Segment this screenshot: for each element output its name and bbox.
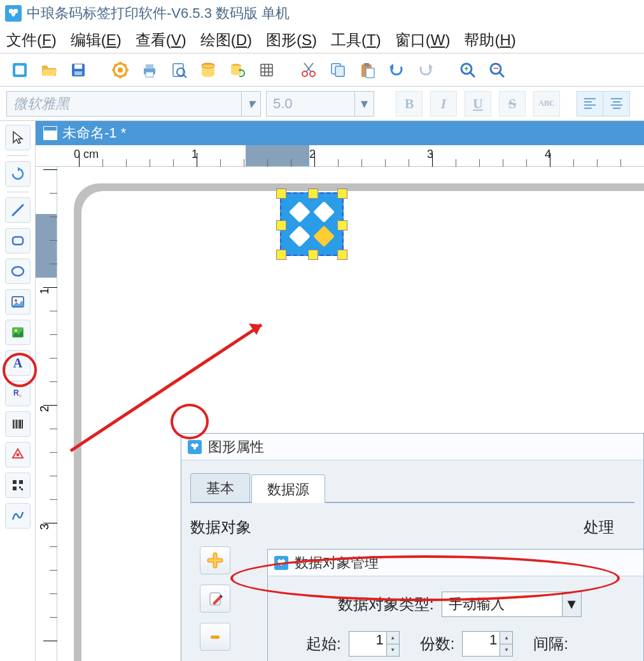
rulers: 0 cm 1 2 3 4 1 2 3: [36, 145, 644, 661]
zoom-in-button[interactable]: +: [454, 57, 481, 83]
undo-button[interactable]: [383, 57, 410, 83]
underline-button[interactable]: U: [465, 91, 491, 117]
dialog2-titlebar[interactable]: 数据对象管理: [268, 550, 643, 576]
copy-button[interactable]: [325, 57, 351, 83]
preview-button[interactable]: [165, 57, 192, 83]
zoom-out-button[interactable]: −: [484, 57, 510, 83]
svg-text:+: +: [464, 64, 468, 73]
svg-line-20: [183, 75, 186, 78]
svg-line-11: [115, 64, 116, 66]
cut-button[interactable]: [295, 57, 322, 83]
svg-rect-3: [74, 64, 82, 69]
save-button[interactable]: [65, 57, 92, 83]
count-input[interactable]: 1▲▼: [462, 631, 513, 657]
tab-datasource[interactable]: 数据源: [251, 474, 325, 503]
resize-handle[interactable]: [337, 188, 347, 199]
print-button[interactable]: [136, 57, 163, 83]
tab-basic[interactable]: 基本: [190, 473, 250, 502]
ellipse-tool[interactable]: [5, 259, 31, 284]
line-tool[interactable]: [5, 197, 31, 223]
menu-draw[interactable]: 绘图(D): [200, 30, 252, 50]
svg-point-49: [12, 267, 24, 276]
rect-tool[interactable]: [5, 228, 31, 253]
resize-handle[interactable]: [276, 250, 286, 260]
menu-shape[interactable]: 图形(S): [266, 30, 317, 50]
resize-handle[interactable]: [337, 250, 347, 260]
menu-window[interactable]: 窗口(W): [395, 30, 451, 50]
qrcode-tool[interactable]: [5, 473, 31, 498]
abc-button[interactable]: ABC: [533, 91, 560, 117]
start-label: 起始:: [306, 634, 341, 654]
font-size-combo[interactable]: 5.0▾: [266, 91, 374, 117]
text-tool[interactable]: A: [5, 350, 31, 376]
svg-rect-58: [15, 420, 15, 429]
document-icon: [43, 126, 57, 140]
dialog-title: 图形属性: [208, 437, 264, 457]
dialog-titlebar[interactable]: 图形属性: [181, 434, 643, 460]
font-combo[interactable]: 微软雅黑▾: [6, 91, 261, 117]
section-process-label: 处理: [584, 517, 634, 537]
edit-dataobject-button[interactable]: [200, 585, 230, 613]
selected-image-object[interactable]: [280, 192, 344, 256]
richtext-tool[interactable]: R=: [5, 381, 31, 406]
align-left-button[interactable]: [577, 91, 603, 117]
resize-handle[interactable]: [337, 220, 347, 231]
redo-button[interactable]: [412, 57, 439, 83]
new-button[interactable]: [6, 57, 33, 83]
open-button[interactable]: [36, 57, 62, 83]
polygon-tool[interactable]: [5, 442, 31, 467]
svg-text:−: −: [493, 63, 498, 73]
ruler-vertical[interactable]: 1 2 3: [36, 167, 57, 661]
svg-rect-68: [21, 488, 23, 490]
resize-handle[interactable]: [276, 188, 286, 199]
image-tool[interactable]: [5, 289, 31, 315]
dialog-tabs: 基本 数据源: [190, 473, 634, 503]
svg-rect-65: [19, 480, 23, 484]
database-button[interactable]: [195, 57, 221, 83]
count-label: 份数:: [420, 634, 455, 654]
resize-handle[interactable]: [276, 220, 286, 231]
menu-view[interactable]: 查看(V): [136, 30, 186, 50]
align-center-button[interactable]: [603, 91, 630, 117]
menu-edit[interactable]: 编辑(E): [71, 30, 122, 50]
app-icon: [5, 5, 22, 22]
strike-button[interactable]: S: [499, 91, 526, 117]
rotate-tool[interactable]: [5, 161, 31, 187]
settings-button[interactable]: [107, 57, 134, 83]
svg-rect-62: [22, 420, 23, 429]
pointer-tool[interactable]: [5, 125, 31, 150]
menu-help[interactable]: 帮助(H): [464, 30, 515, 50]
curve-tool[interactable]: [5, 503, 31, 529]
remove-dataobject-button[interactable]: [200, 623, 230, 651]
svg-rect-48: [13, 237, 23, 245]
add-dataobject-button[interactable]: [200, 546, 230, 574]
format-toolbar: 微软雅黑▾ 5.0▾ B I U S ABC: [0, 87, 644, 121]
resize-handle[interactable]: [308, 250, 318, 260]
menu-file[interactable]: 文件(F): [6, 30, 57, 50]
barcode-tool[interactable]: [5, 411, 31, 437]
document-tab[interactable]: 未命名-1 *: [36, 121, 644, 145]
workspace: A R= 未命名-1 * 0 cm 1 2 3 4 1 2: [0, 121, 644, 661]
type-combo[interactable]: 手动输入 ▼: [442, 592, 582, 617]
svg-rect-57: [13, 420, 14, 429]
ruler-horizontal[interactable]: 0 cm 1 2 3 4: [36, 145, 644, 167]
start-input[interactable]: 1▲▼: [349, 631, 400, 657]
dropdown-icon[interactable]: ▾: [354, 92, 374, 116]
svg-point-6: [118, 68, 123, 73]
bold-button[interactable]: B: [396, 91, 423, 117]
svg-line-14: [124, 64, 126, 66]
menu-tools[interactable]: 工具(T): [331, 30, 381, 50]
italic-button[interactable]: I: [430, 91, 457, 117]
svg-rect-71: [211, 636, 220, 639]
svg-line-13: [115, 74, 116, 76]
section-dataobject-label: 数据对象: [190, 517, 564, 537]
grid-button[interactable]: [253, 57, 280, 83]
dropdown-icon[interactable]: ▼: [562, 592, 581, 616]
paste-button[interactable]: [354, 57, 381, 83]
dropdown-icon[interactable]: ▾: [241, 92, 260, 116]
database-sync-button[interactable]: [224, 57, 251, 83]
svg-rect-4: [74, 71, 82, 75]
dialog-icon: [188, 440, 202, 454]
picture-tool[interactable]: [5, 320, 31, 345]
resize-handle[interactable]: [308, 188, 318, 199]
